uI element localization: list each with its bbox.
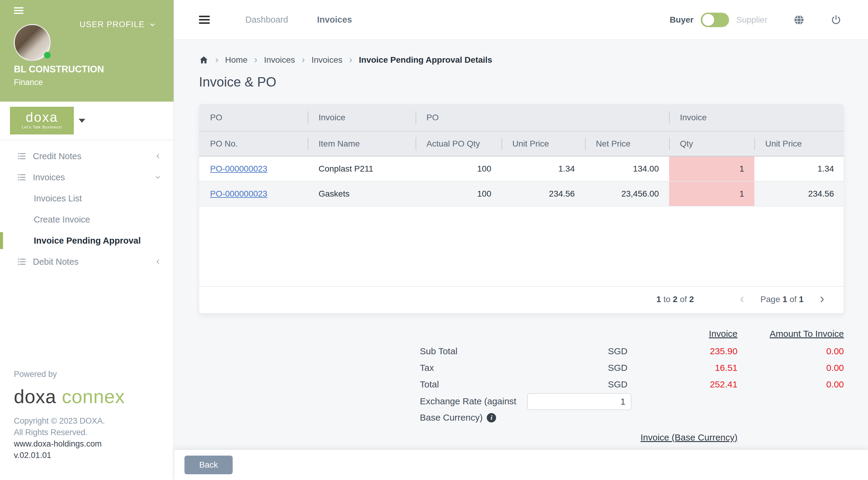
exchange-rate-input[interactable] <box>527 393 631 410</box>
sidebar-item-label: Debit Notes <box>33 257 154 267</box>
sidebar-item-label: Create Invoice <box>34 215 90 224</box>
page-content: › Home › Invoices › Invoices › Invoice P… <box>174 40 868 480</box>
topbar-right-controls: Buyer Supplier <box>670 13 841 27</box>
breadcrumb-home[interactable]: Home <box>225 55 248 65</box>
page-next-button[interactable]: › <box>820 292 824 307</box>
doxa-logo-text: doxa <box>10 111 74 124</box>
cell-net-price: 23,456.00 <box>585 181 669 206</box>
breadcrumb-current: Invoice Pending Approval Details <box>359 55 492 65</box>
user-profile-panel: USER PROFILE BL CONSTRUCTION Finance <box>0 0 174 101</box>
topbar-hamburger-icon[interactable] <box>199 16 210 24</box>
column-header-qty: Qty <box>669 131 754 156</box>
column-header-item-name: Item Name <box>308 131 415 156</box>
range-start: 1 <box>656 295 661 304</box>
po-number-link[interactable]: PO-000000023 <box>210 164 267 174</box>
user-profile-dropdown[interactable]: USER PROFILE <box>80 20 156 29</box>
chevron-left-icon <box>154 258 161 265</box>
chevron-down-icon <box>149 21 156 28</box>
doxa-logo[interactable]: doxa Let's Talk Business! <box>10 107 74 134</box>
bottom-action-bar: Back <box>174 450 868 480</box>
invoice-po-table: PO Invoice PO Invoice PO No. Item Name A… <box>199 104 844 313</box>
tax-label: Tax <box>420 363 579 373</box>
breadcrumb-separator: › <box>349 55 352 65</box>
table-group-header-row: PO Invoice PO Invoice <box>199 104 844 131</box>
pagination-page-indicator: Page 1 of 1 <box>761 295 804 304</box>
main-area: Dashboard Invoices Buyer Supplier › Home… <box>174 0 868 480</box>
breadcrumb-separator: › <box>215 55 218 65</box>
sidebar-item-invoices[interactable]: Invoices <box>0 167 174 188</box>
breadcrumb-invoices-2[interactable]: Invoices <box>311 55 342 65</box>
page-title: Invoice & PO <box>199 74 276 90</box>
logo-block: doxa Let's Talk Business! <box>0 101 174 140</box>
currency-code: SGD <box>579 346 627 356</box>
copyright-text: Copyright © 2023 DOXA. <box>14 415 125 427</box>
po-number-link[interactable]: PO-000000023 <box>210 189 267 199</box>
page-number: 1 <box>782 295 787 304</box>
supplier-label: Supplier <box>736 15 767 25</box>
subtotal-invoice-value: 235.90 <box>627 346 738 356</box>
cell-item-name: Gaskets <box>308 181 415 206</box>
group-header-invoice-2: Invoice <box>669 104 844 131</box>
exchange-rate-label-line2: Base Currency) i <box>420 413 496 423</box>
subtotal-row: Sub Total SGD 235.90 0.00 <box>420 344 844 359</box>
cell-actual-po-qty: 100 <box>415 156 501 181</box>
brand-connex: connex <box>56 386 125 407</box>
back-button[interactable]: Back <box>184 456 233 474</box>
tab-invoices[interactable]: Invoices <box>317 15 352 25</box>
sidebar-item-invoices-list[interactable]: Invoices List <box>0 188 174 209</box>
breadcrumb: › Home › Invoices › Invoices › Invoice P… <box>199 55 492 65</box>
version-text: v.02.01.01 <box>14 450 125 461</box>
info-icon[interactable]: i <box>487 413 496 422</box>
sidebar-item-credit-notes[interactable]: Credit Notes <box>0 146 174 167</box>
cell-unit-price: 1.34 <box>501 156 585 181</box>
table-row: PO-000000023 Conplast P211 100 1.34 134.… <box>199 156 844 181</box>
column-header-unit-price: Unit Price <box>501 131 585 156</box>
range-end: 2 <box>673 295 678 304</box>
sidebar-menu: Credit Notes Invoices Invoices List Crea… <box>0 140 174 272</box>
exchange-rate-label-line1: Exchange Rate (against <box>420 396 516 407</box>
brand-doxa: doxa <box>14 386 56 407</box>
breadcrumb-separator: › <box>302 55 305 65</box>
globe-icon[interactable] <box>793 14 805 26</box>
list-icon <box>17 257 27 267</box>
cell-unit-price: 234.56 <box>501 181 585 206</box>
column-header-net-price: Net Price <box>585 131 669 156</box>
total-invoice-value: 252.41 <box>627 379 738 390</box>
logo-caret-down-icon[interactable] <box>79 119 85 123</box>
totals-header-row: Invoice Amount To Invoice <box>420 326 844 341</box>
buyer-label: Buyer <box>670 15 693 25</box>
power-icon[interactable] <box>831 14 841 25</box>
invoice-base-currency-header: Invoice (Base Currency) <box>420 432 738 443</box>
group-header-po-2: PO <box>415 104 669 131</box>
pagination-range: 1 to 2 of 2 <box>656 295 694 304</box>
tab-dashboard[interactable]: Dashboard <box>245 15 288 25</box>
sidebar-item-create-invoice[interactable]: Create Invoice <box>0 209 174 230</box>
range-of-word: of <box>680 295 687 304</box>
cell-invoice-qty: 1 <box>669 181 754 206</box>
home-icon[interactable] <box>199 55 209 65</box>
column-header-actual-po-qty: Actual PO Qty <box>415 131 501 156</box>
sidebar-footer: Powered by doxa connex Copyright © 2023 … <box>14 370 125 461</box>
chevron-down-icon <box>154 174 161 181</box>
sidebar-hamburger-icon[interactable] <box>14 7 24 16</box>
topbar: Dashboard Invoices Buyer Supplier <box>174 0 868 40</box>
tax-row: Tax SGD 16.51 0.00 <box>420 360 844 376</box>
sidebar: USER PROFILE BL CONSTRUCTION Finance dox… <box>0 0 174 480</box>
table-column-header-row: PO No. Item Name Actual PO Qty Unit Pric… <box>199 131 844 156</box>
sidebar-item-debit-notes[interactable]: Debit Notes <box>0 251 174 272</box>
doxa-logo-tagline: Let's Talk Business! <box>10 125 74 129</box>
cell-po-no: PO-000000023 <box>199 181 308 206</box>
buyer-supplier-toggle[interactable] <box>701 13 729 27</box>
cell-item-name: Conplast P211 <box>308 156 415 181</box>
company-name: BL CONSTRUCTION <box>14 64 104 75</box>
currency-code: SGD <box>579 379 627 390</box>
range-total: 2 <box>689 295 694 304</box>
cell-net-price: 134.00 <box>585 156 669 181</box>
page-previous-button[interactable]: ‹ <box>740 292 744 307</box>
sidebar-item-label: Credit Notes <box>33 151 154 161</box>
total-row: Total SGD 252.41 0.00 <box>420 377 844 392</box>
breadcrumb-invoices-1[interactable]: Invoices <box>264 55 295 65</box>
sidebar-item-label: Invoices List <box>34 193 82 204</box>
sidebar-item-invoice-pending-approval[interactable]: Invoice Pending Approval <box>0 230 174 251</box>
table-row: PO-000000023 Gaskets 100 234.56 23,456.0… <box>199 181 844 207</box>
